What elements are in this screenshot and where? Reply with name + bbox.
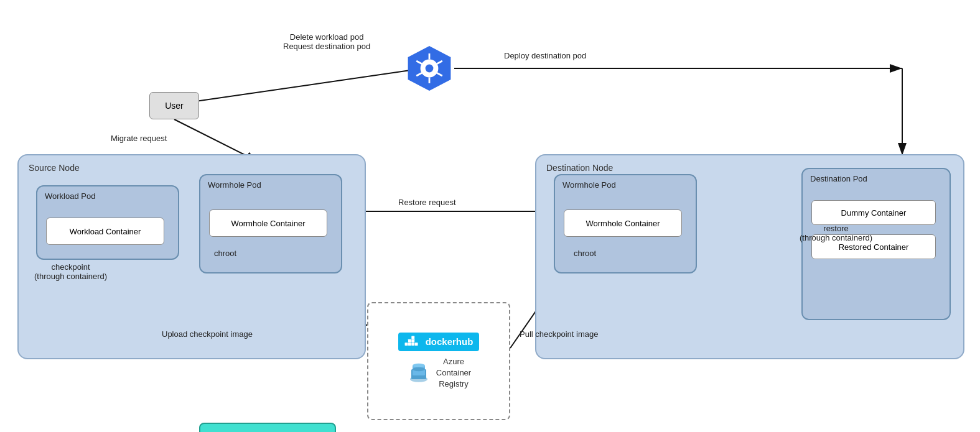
diagram: Source Node Workload Pod Workload Contai… [0,0,980,432]
dummy-container: Dummy Container [811,200,936,225]
wormhole-container-src: Wormhole Container [209,209,327,237]
source-node: Source Node Workload Pod Workload Contai… [17,154,366,359]
wormhole-pod-dst: Wormhole Pod Wormhole Container [554,174,697,273]
docker-hub-logo: dockerhub [398,333,480,351]
user-label: User [165,101,184,111]
source-node-label: Source Node [29,163,80,173]
svg-point-22 [426,65,434,73]
pull-checkpoint-label: Pull checkpoint image [520,329,598,339]
workload-container-label: Workload Container [70,227,141,236]
migrate-request-label: Migrate request [111,134,167,143]
svg-line-2 [174,68,423,104]
restore-request-label: Restore request [398,198,456,207]
workload-pod: Workload Pod Workload Container [36,185,179,260]
wormhole-container-dst-label: Wormhole Container [586,219,660,228]
chroot-dst-label: chroot [574,249,596,258]
svg-rect-23 [404,342,408,346]
svg-rect-25 [411,342,414,346]
restored-container-label: Restored Container [839,242,909,252]
restore-through-label: restore (through containerd) [800,224,872,242]
chroot-src-label: chroot [214,249,236,258]
checkpoint-utility: Checkpoint Utility [199,423,336,432]
wormhole-container-dst: Wormhole Container [564,209,682,237]
checkpoint-through-label: checkpoint (through containerd) [34,262,107,281]
svg-rect-26 [414,342,418,346]
dummy-container-label: Dummy Container [841,208,907,218]
upload-checkpoint-label: Upload checkpoint image [162,329,253,339]
azure-registry: Azure Container Registry [406,356,471,390]
user-box: User [149,92,199,119]
svg-rect-27 [408,339,411,342]
dest-node: Destination Node Wormhole Pod Wormhole C… [535,154,964,359]
docker-hub-text: dockerhub [426,336,474,347]
wormhole-pod-src-label: Wormhole Pod [208,180,261,190]
wormhole-pod-src: Wormhole Pod Wormhole Container [199,174,342,273]
workload-container: Workload Container [46,218,164,245]
dest-node-label: Destination Node [546,163,613,173]
svg-point-34 [413,367,425,371]
workload-pod-label: Workload Pod [45,191,95,201]
dest-pod-label: Destination Pod [810,174,867,183]
registry-box: dockerhub Azure Container Registry [367,302,510,420]
svg-point-33 [413,364,425,367]
k8s-icon [404,44,454,93]
azure-registry-label: Azure Container Registry [436,356,471,390]
svg-rect-28 [411,339,414,342]
dest-pod: Destination Pod Dummy Container Restored… [801,168,951,320]
wormhole-container-src-label: Wormhole Container [231,219,306,228]
deploy-dest-label: Deploy destination pod [504,51,586,60]
delete-workload-label: Delete workload pod Request destination … [283,32,370,51]
svg-rect-29 [411,336,414,339]
wormhole-pod-dst-label: Wormhole Pod [562,180,616,190]
svg-rect-24 [408,342,411,346]
